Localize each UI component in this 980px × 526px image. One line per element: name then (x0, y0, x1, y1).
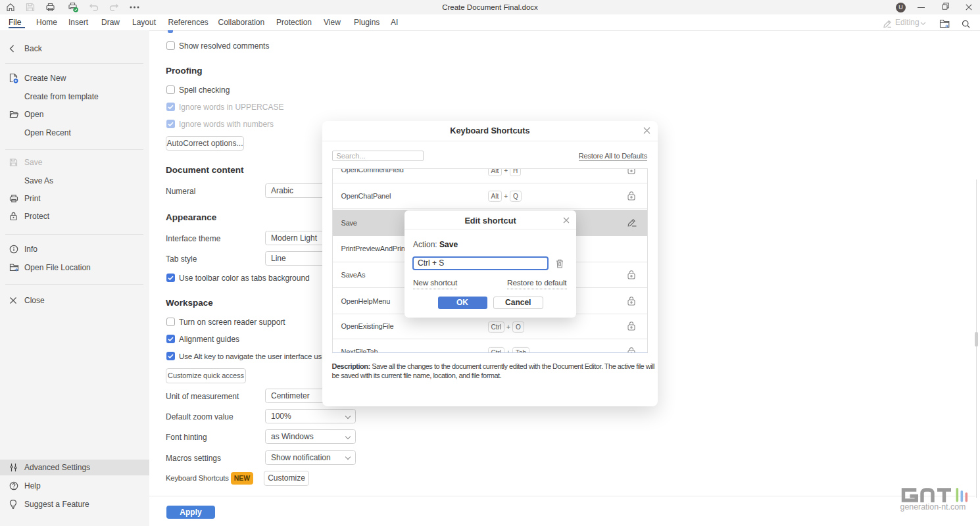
svg-text:generation-nt.com: generation-nt.com (900, 502, 966, 512)
